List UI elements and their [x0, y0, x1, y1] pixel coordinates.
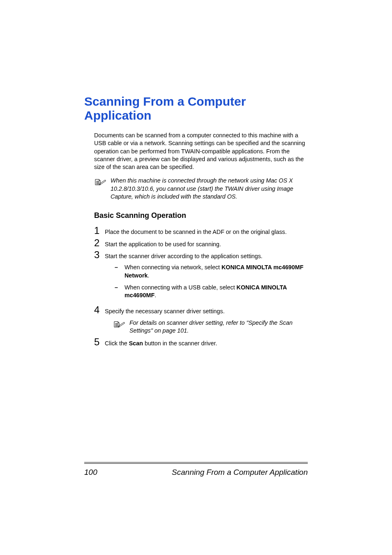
footer-title: Scanning From a Computer Application	[172, 468, 308, 477]
step-text: Specify the necessary scanner driver set…	[105, 308, 225, 314]
text-fragment: button in the scanner driver.	[143, 340, 217, 347]
step-number: 4	[94, 305, 105, 315]
subsection-heading: Basic Scanning Operation	[94, 211, 308, 220]
step-3: 3 Start the scanner driver according to …	[94, 250, 308, 303]
sub-list: – When connecting via network, select KO…	[115, 264, 308, 299]
sub-item: – When connecting via network, select KO…	[115, 264, 308, 280]
note-icon	[94, 178, 106, 187]
footer-rule	[84, 463, 308, 464]
step-1: 1 Place the document to be scanned in th…	[94, 226, 308, 236]
dash-icon: –	[115, 284, 125, 291]
footer-row: 100 Scanning From a Computer Application	[84, 468, 308, 477]
intro-paragraph: Documents can be scanned from a computer…	[94, 132, 308, 171]
note-text: When this machine is connected through t…	[111, 177, 308, 201]
step-5: 5 Click the Scan button in the scanner d…	[94, 337, 308, 347]
page-container: Scanning From a Computer Application Doc…	[0, 0, 392, 555]
text-fragment: Click the	[105, 340, 129, 347]
step-text: Start the application to be used for sca…	[105, 238, 308, 248]
step-number: 3	[94, 250, 105, 260]
bold-text: Scan	[129, 340, 143, 347]
section-heading: Scanning From a Computer Application	[84, 95, 308, 123]
text-fragment: .	[148, 272, 149, 279]
step-text: Start the scanner driver according to th…	[105, 253, 263, 259]
step-text: Place the document to be scanned in the …	[105, 226, 308, 236]
text-fragment: .	[154, 292, 156, 298]
note-text: For details on scanner driver setting, r…	[129, 319, 308, 335]
sub-item-text: When connecting with a USB cable, select…	[125, 284, 308, 300]
step-body: Start the scanner driver according to th…	[105, 250, 308, 303]
sub-item: – When connecting with a USB cable, sele…	[115, 284, 308, 300]
step-number: 2	[94, 238, 105, 248]
step-number: 5	[94, 337, 105, 347]
text-fragment: When connecting via network, select	[125, 264, 221, 271]
step-2: 2 Start the application to be used for s…	[94, 238, 308, 248]
step-body: Specify the necessary scanner driver set…	[105, 305, 308, 335]
page-number: 100	[84, 468, 97, 477]
step-4: 4 Specify the necessary scanner driver s…	[94, 305, 308, 335]
note-block: For details on scanner driver setting, r…	[113, 319, 308, 335]
text-fragment: When connecting with a USB cable, select	[125, 284, 237, 291]
steps-list: 1 Place the document to be scanned in th…	[94, 226, 308, 347]
dash-icon: –	[115, 264, 125, 271]
step-body: Click the Scan button in the scanner dri…	[105, 337, 308, 347]
note-block: When this machine is connected through t…	[94, 177, 308, 201]
note-icon	[113, 320, 125, 329]
step-number: 1	[94, 226, 105, 236]
sub-item-text: When connecting via network, select KONI…	[125, 264, 308, 280]
page-footer: 100 Scanning From a Computer Application	[84, 462, 308, 477]
